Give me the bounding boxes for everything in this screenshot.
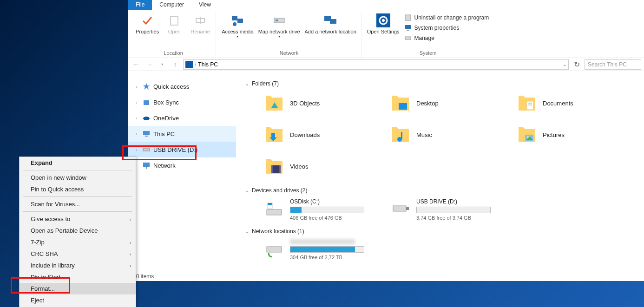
network-icon	[142, 161, 151, 170]
folder-3d-objects[interactable]: 3D Objects	[264, 91, 385, 115]
file-explorer-window: File Computer View Properties Open Renam…	[128, 0, 644, 281]
section-drives[interactable]: ⌄Devices and drives (2)	[245, 187, 635, 194]
tree-box-sync[interactable]: ›Box Sync	[128, 94, 236, 110]
chevron-down-icon: ⌄	[245, 188, 249, 193]
breadcrumb[interactable]: › This PC ⌄	[183, 59, 569, 70]
svg-rect-16	[405, 37, 411, 39]
properties-button[interactable]: Properties	[134, 12, 161, 49]
ctx-include-library[interactable]: Include in library›	[20, 260, 136, 271]
svg-rect-15	[407, 30, 409, 31]
svg-rect-43	[267, 247, 282, 252]
up-button[interactable]: ↑	[170, 59, 180, 70]
ribbon-group-label: Network	[280, 49, 298, 58]
folder-icon	[264, 156, 284, 176]
chevron-right-icon: ›	[130, 263, 131, 268]
access-media-button[interactable]: Access media ▾	[220, 12, 255, 49]
search-input[interactable]: Search This PC	[585, 59, 641, 70]
folder-pictures[interactable]: Pictures	[517, 123, 637, 146]
ctx-7zip[interactable]: 7-Zip›	[20, 236, 136, 248]
system-properties-button[interactable]: System properties	[404, 23, 489, 33]
rename-icon	[193, 13, 208, 28]
chevron-right-icon: ›	[134, 84, 139, 89]
folder-downloads[interactable]: Downloads	[264, 123, 385, 146]
folder-icon	[390, 93, 411, 113]
ribbon-group-network: Access media ▾ Map network drive ▾ Add a…	[217, 12, 361, 58]
chevron-down-icon[interactable]: ⌄	[563, 62, 566, 67]
ctx-give-access[interactable]: Give access to›	[20, 213, 136, 225]
svg-point-5	[233, 22, 237, 26]
tree-this-pc[interactable]: ›This PC	[128, 126, 236, 142]
svg-marker-17	[143, 83, 150, 90]
address-bar: ← → ▾ ↑ › This PC ⌄ ↻ Search This PC	[128, 58, 644, 71]
ctx-expand[interactable]: Expand	[20, 157, 136, 169]
ribbon-group-label: System	[420, 49, 437, 58]
svg-rect-31	[401, 132, 402, 139]
svg-rect-4	[237, 19, 243, 23]
svg-rect-3	[232, 16, 237, 20]
folder-icon	[517, 93, 537, 113]
open-button[interactable]: Open	[162, 12, 187, 49]
refresh-button[interactable]: ↻	[572, 59, 582, 70]
ctx-open-new-window[interactable]: Open in new window	[20, 172, 136, 183]
disk-icon	[264, 198, 284, 219]
status-bar: 10 items	[128, 271, 644, 281]
checkmark-icon	[140, 13, 155, 28]
svg-rect-14	[405, 25, 411, 29]
manage-button[interactable]: Manage	[404, 33, 489, 43]
drive-free-text: 304 GB free of 2,72 TB	[290, 255, 385, 260]
usb-drive-icon	[390, 198, 411, 219]
ctx-eject[interactable]: Eject	[20, 294, 136, 306]
main-content: ⌄Folders (7) 3D Objects Desktop Document…	[236, 71, 644, 271]
tree-onedrive[interactable]: ›OneDrive	[128, 110, 236, 126]
ribbon: Properties Open Rename Location Access m…	[128, 10, 644, 58]
folder-music[interactable]: Music	[390, 123, 511, 146]
folder-videos[interactable]: Videos	[264, 155, 385, 178]
ctx-crc-sha[interactable]: CRC SHA›	[20, 248, 136, 260]
svg-rect-27	[527, 101, 533, 110]
folder-documents[interactable]: Documents	[517, 91, 637, 115]
recent-dropdown[interactable]: ▾	[157, 59, 167, 70]
forward-button[interactable]: →	[144, 59, 154, 70]
svg-rect-21	[145, 136, 148, 137]
svg-rect-41	[393, 206, 406, 211]
svg-point-33	[527, 136, 529, 138]
sysprops-icon	[404, 24, 412, 32]
ctx-open-portable[interactable]: Open as Portable Device	[20, 225, 136, 236]
chevron-down-icon: ▾	[237, 34, 238, 39]
drive-progress	[290, 207, 364, 213]
tree-quick-access[interactable]: ›Quick access	[128, 78, 236, 94]
ctx-scan-viruses[interactable]: Scan for Viruses...	[20, 198, 136, 210]
network-drive[interactable]: 304 GB free of 2,72 TB	[264, 239, 385, 260]
box-icon	[142, 98, 151, 106]
drive-osdisk[interactable]: OSDisk (C:) 406 GB free of 476 GB	[264, 198, 385, 221]
uninstall-button[interactable]: Uninstall or change a program	[404, 13, 489, 22]
folder-icon	[517, 124, 537, 145]
rename-button[interactable]: Rename	[188, 12, 213, 49]
svg-rect-0	[171, 17, 178, 25]
folder-icon	[390, 124, 411, 145]
tab-computer[interactable]: Computer	[152, 0, 191, 10]
svg-rect-40	[268, 203, 272, 205]
map-drive-button[interactable]: Map network drive ▾	[256, 12, 302, 49]
svg-rect-18	[144, 100, 149, 105]
drive-free-text: 406 GB free of 476 GB	[290, 215, 385, 221]
ribbon-group-location: Properties Open Rename Location	[131, 12, 216, 58]
open-settings-button[interactable]: Open Settings	[365, 12, 401, 49]
folder-desktop[interactable]: Desktop	[390, 91, 511, 115]
manage-icon	[404, 34, 412, 42]
media-icon	[230, 13, 245, 28]
chevron-right-icon: ›	[134, 100, 139, 105]
section-netloc[interactable]: ⌄Network locations (1)	[245, 228, 635, 235]
svg-point-12	[382, 19, 385, 22]
drive-usb[interactable]: USB DRIVE (D:) 3,74 GB free of 3,74 GB	[390, 198, 511, 221]
section-folders[interactable]: ⌄Folders (7)	[245, 80, 635, 87]
drive-progress	[416, 207, 491, 213]
svg-rect-9	[330, 19, 336, 24]
ctx-pin-quick-access[interactable]: Pin to Quick access	[20, 183, 136, 195]
tab-file[interactable]: File	[128, 0, 152, 10]
add-location-button[interactable]: Add a network location	[303, 12, 358, 49]
tab-view[interactable]: View	[191, 0, 218, 10]
svg-rect-42	[406, 207, 409, 210]
svg-rect-23	[143, 163, 150, 167]
back-button[interactable]: ←	[131, 59, 141, 70]
